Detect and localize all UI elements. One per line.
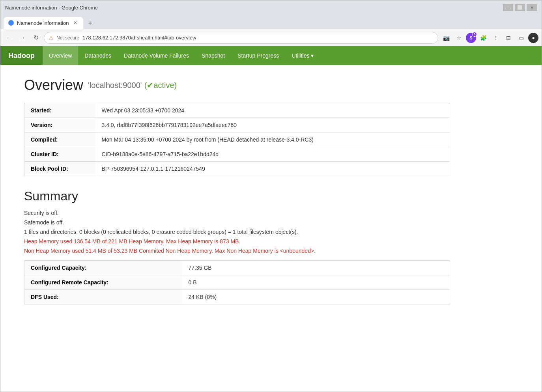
summary-table-body: Configured Capacity: 77.35 GB Configured… [24,261,450,304]
hadoop-nav: Hadoop Overview Datanodes Datanode Volum… [0,46,542,65]
forward-button[interactable]: → [17,32,28,43]
nav-item-datanode-volume-failures[interactable]: Datanode Volume Failures [118,46,195,65]
title-bar-left: Namenode information - Google Chrome [5,5,98,11]
new-tab-button[interactable]: + [85,18,96,29]
table-row: Block Pool ID: BP-750396954-127.0.1.1-17… [24,162,450,176]
extension-icon[interactable]: S 5 [466,33,476,43]
tab-favicon [8,20,14,26]
info-value-block-pool-id[interactable]: BP-750396954-127.0.1.1-1712160247549 [95,162,450,176]
info-table-body: Started: Wed Apr 03 23:05:33 +0700 2024 … [24,103,450,176]
side-panel-icon[interactable]: ▭ [516,32,527,43]
summary-value-configured-remote-capacity: 0 B [182,275,450,290]
main-content: Overview 'localhost:9000' (✔active) Star… [0,65,474,316]
window-controls: — ⬜ ✕ [503,4,537,11]
summary-non-heap-memory[interactable]: Non Heap Memory used 51.4 MB of 53.23 MB… [24,248,450,254]
active-tab[interactable]: Namenode information ✕ [4,17,83,29]
back-button[interactable]: ← [4,32,15,43]
summary-label-configured-capacity: Configured Capacity: [24,261,182,275]
utilities-chevron-icon: ▾ [311,52,314,59]
summary-table: Configured Capacity: 77.35 GB Configured… [24,260,450,304]
summary-value-configured-capacity: 77.35 GB [182,261,450,275]
info-label-cluster-id: Cluster ID: [24,147,95,162]
info-table: Started: Wed Apr 03 23:05:33 +0700 2024 … [24,103,450,176]
summary-heap-memory[interactable]: Heap Memory used 136.54 MB of 221 MB Hea… [24,238,450,245]
table-row: Cluster ID: CID-b9188a0e-5e86-4797-a715-… [24,147,450,162]
address-bar: ← → ↻ ⚠ Not secure 178.128.62.172:9870/d… [0,29,542,46]
nav-item-overview[interactable]: Overview [43,46,78,65]
nav-item-datanodes[interactable]: Datanodes [78,46,118,65]
browser-menu-icon[interactable]: ⋮ [490,32,501,43]
nav-item-utilities[interactable]: Utilities ▾ [285,46,320,65]
summary-security: Security is off. [24,210,450,216]
minimize-button[interactable]: — [503,4,513,11]
tab-title: Namenode information [17,20,69,26]
table-row: DFS Used: 24 KB (0%) [24,290,450,304]
table-row: Configured Capacity: 77.35 GB [24,261,450,275]
window-title: Namenode information - Google Chrome [5,5,98,11]
screenshot-icon[interactable]: 📷 [441,32,452,43]
active-badge: (✔active) [144,80,177,90]
table-row: Configured Remote Capacity: 0 B [24,275,450,290]
security-text: Not secure [56,35,79,41]
overview-hostname: 'localhost:9000' [88,81,142,90]
split-view-icon[interactable]: ⊟ [503,32,514,43]
info-label-block-pool-id: Block Pool ID: [24,162,95,176]
summary-label-dfs-used: DFS Used: [24,290,182,304]
page-content: Hadoop Overview Datanodes Datanode Volum… [0,46,542,392]
table-row: Compiled: Mon Mar 04 13:35:00 +0700 2024… [24,133,450,147]
reload-button[interactable]: ↻ [30,32,41,43]
hadoop-brand: Hadoop [0,46,43,65]
profile-avatar[interactable]: ● [528,33,538,43]
table-row: Started: Wed Apr 03 23:05:33 +0700 2024 [24,103,450,118]
nav-item-snapshot[interactable]: Snapshot [195,46,231,65]
close-button[interactable]: ✕ [527,4,537,11]
extensions-icon[interactable]: 🧩 [478,32,489,43]
url-text: 178.128.62.172:9870/dfshealth.html#tab-o… [82,35,196,41]
chrome-window: Namenode information - Google Chrome — ⬜… [0,0,542,392]
nav-items: Overview Datanodes Datanode Volume Failu… [43,46,320,65]
url-bar[interactable]: ⚠ Not secure 178.128.62.172:9870/dfsheal… [44,32,438,44]
summary-value-dfs-used: 24 KB (0%) [182,290,450,304]
info-label-version: Version: [24,118,95,133]
summary-safemode: Safemode is off. [24,219,450,226]
table-row: Version: 3.4.0, rbd8b77f398f626bb7791783… [24,118,450,133]
utilities-label: Utilities [292,52,309,59]
summary-title: Summary [24,189,450,203]
security-warning-icon: ⚠ [49,35,53,41]
info-value-compiled: Mon Mar 04 13:35:00 +0700 2024 by root f… [95,133,450,147]
summary-filesystem: 1 files and directories, 0 blocks (0 rep… [24,229,450,235]
tab-close-button[interactable]: ✕ [72,20,78,26]
maximize-button[interactable]: ⬜ [515,4,525,11]
title-bar: Namenode information - Google Chrome — ⬜… [0,0,542,15]
extension-badge: 5 [472,32,477,37]
info-value-version: 3.4.0, rbd8b77f398f626bb7791783192ee7a5d… [95,118,450,133]
overview-heading: Overview 'localhost:9000' (✔active) [24,77,450,93]
info-value-cluster-id[interactable]: CID-b9188a0e-5e86-4797-a715-ba22e1bdd24d [95,147,450,162]
tab-bar: Namenode information ✕ + [0,15,542,29]
toolbar-icons: 📷 ☆ S 5 🧩 ⋮ ⊟ ▭ ● [441,32,538,43]
bookmark-icon[interactable]: ☆ [453,32,464,43]
nav-item-startup-progress[interactable]: Startup Progress [231,46,285,65]
info-label-started: Started: [24,103,95,118]
summary-label-configured-remote-capacity: Configured Remote Capacity: [24,275,182,290]
info-value-started: Wed Apr 03 23:05:33 +0700 2024 [95,103,450,118]
overview-title: Overview [24,77,83,93]
overview-subtitle: 'localhost:9000' (✔active) [88,80,177,90]
info-label-compiled: Compiled: [24,133,95,147]
